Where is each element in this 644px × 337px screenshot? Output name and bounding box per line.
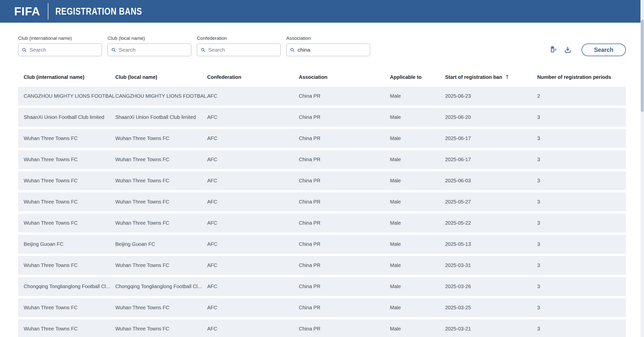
cell-applicable-to: Male [390, 305, 445, 311]
association-search-box [286, 44, 370, 56]
confederation-search-input[interactable] [208, 47, 277, 53]
search-icon [22, 48, 27, 52]
download-icon [564, 46, 571, 54]
cell-club-local: Wuhan Three Towns FC [115, 136, 207, 141]
cell-start-of-ban: 2025-06-20 [445, 114, 537, 120]
sort-ascending-icon: ↑ [505, 74, 510, 80]
club-international-search-input[interactable] [29, 47, 98, 53]
table-row[interactable]: CANGZHOU MIGHTY LIONS FOOTBAL... CANGZHO… [18, 87, 626, 106]
app-header: FIFA REGISTRATION BANS [0, 0, 644, 23]
cell-registration-periods: 2 [537, 93, 626, 99]
cell-registration-periods: 3 [537, 220, 626, 226]
cell-confederation: AFC [207, 241, 299, 247]
cell-start-of-ban: 2025-03-25 [445, 305, 537, 311]
column-header-applicable-to[interactable]: Applicable to [390, 74, 445, 80]
cell-applicable-to: Male [390, 114, 445, 120]
filter-label: Confederation [197, 36, 281, 41]
cell-club-local: Wuhan Three Towns FC [115, 326, 207, 332]
table-row[interactable]: Wuhan Three Towns FC Wuhan Three Towns F… [18, 319, 626, 337]
cell-applicable-to: Male [390, 157, 445, 162]
cell-club-international: Wuhan Three Towns FC [24, 157, 115, 162]
cell-club-international: CANGZHOU MIGHTY LIONS FOOTBAL... [24, 93, 115, 99]
table-row[interactable]: Beijing Guoan FC Beijing Guoan FC AFC Ch… [18, 235, 626, 254]
cell-start-of-ban: 2025-03-21 [445, 326, 537, 332]
table-row[interactable]: Wuhan Three Towns FC Wuhan Three Towns F… [18, 256, 626, 275]
cell-confederation: AFC [207, 157, 299, 162]
cell-club-local: Wuhan Three Towns FC [115, 199, 207, 205]
cell-association: China PR [299, 262, 390, 268]
filter-club-international: Club (international name) [18, 36, 102, 56]
club-local-search-box [108, 44, 191, 56]
column-header-start-of-ban[interactable]: Start of registration ban ↑ [445, 74, 537, 80]
cell-club-international: Wuhan Three Towns FC [24, 262, 115, 268]
cell-start-of-ban: 2025-06-17 [445, 136, 537, 141]
cell-confederation: AFC [207, 262, 299, 268]
cell-registration-periods: 3 [537, 157, 626, 162]
cell-applicable-to: Male [390, 241, 445, 247]
cell-applicable-to: Male [390, 220, 445, 226]
table-row[interactable]: Wuhan Three Towns FC Wuhan Three Towns F… [18, 171, 626, 190]
table-row[interactable]: Chongqing Tonglianglong Football Cl... C… [18, 277, 626, 296]
cell-association: China PR [299, 284, 390, 289]
cell-registration-periods: 3 [537, 241, 626, 247]
table-row[interactable]: Wuhan Three Towns FC Wuhan Three Towns F… [18, 214, 626, 232]
cell-club-local: Wuhan Three Towns FC [115, 178, 207, 184]
header-divider [48, 3, 48, 20]
column-header-registration-periods[interactable]: Number of registration periods [537, 74, 626, 80]
cell-association: China PR [299, 305, 390, 311]
cell-association: China PR [299, 93, 390, 99]
cell-start-of-ban: 2025-06-23 [445, 93, 537, 99]
filter-label: Club (local name) [108, 36, 191, 41]
cell-club-international: Wuhan Three Towns FC [24, 305, 115, 311]
cell-registration-periods: 3 [537, 262, 626, 268]
cell-applicable-to: Male [390, 136, 445, 141]
filter-association: Association [286, 36, 370, 56]
vertical-scrollbar[interactable] [640, 0, 644, 337]
fifa-logo: FIFA [14, 5, 40, 18]
table-row[interactable]: Wuhan Three Towns FC Wuhan Three Towns F… [18, 192, 626, 211]
cell-registration-periods: 3 [537, 114, 626, 120]
cell-start-of-ban: 2025-06-17 [445, 157, 537, 162]
clear-filters-button[interactable] [549, 46, 557, 54]
search-icon [201, 48, 205, 52]
column-header-club-local[interactable]: Club (local name) [115, 74, 207, 80]
table-row[interactable]: Wuhan Three Towns FC Wuhan Three Towns F… [18, 298, 626, 317]
cell-association: China PR [299, 136, 390, 141]
table-row[interactable]: ShaanXi Union Football Club limited Shaa… [18, 108, 626, 127]
cell-club-local: Beijing Guoan FC [115, 241, 207, 247]
cell-start-of-ban: 2025-05-22 [445, 220, 537, 226]
cell-confederation: AFC [207, 326, 299, 332]
download-button[interactable] [564, 46, 571, 54]
cell-start-of-ban: 2025-05-27 [445, 199, 537, 205]
cell-applicable-to: Male [390, 93, 445, 99]
scrollbar-thumb[interactable] [641, 20, 644, 112]
cell-club-local: Wuhan Three Towns FC [115, 220, 207, 226]
filter-label: Club (international name) [18, 36, 102, 41]
cell-club-local: Chongqing Tonglianglong Football Cl... [115, 284, 207, 289]
cell-club-local: Wuhan Three Towns FC [115, 157, 207, 162]
cell-start-of-ban: 2025-06-03 [445, 178, 537, 184]
cell-club-local: Wuhan Three Towns FC [115, 305, 207, 311]
cell-confederation: AFC [207, 136, 299, 141]
search-button[interactable]: Search [582, 44, 626, 56]
cell-confederation: AFC [207, 199, 299, 205]
association-search-input[interactable] [298, 47, 366, 53]
cell-club-international: Wuhan Three Towns FC [24, 199, 115, 205]
cell-applicable-to: Male [390, 178, 445, 184]
cell-club-local: CANGZHOU MIGHTY LIONS FOOTBAL... [115, 93, 207, 99]
cell-club-local: Wuhan Three Towns FC [115, 262, 207, 268]
column-header-association[interactable]: Association [299, 74, 390, 80]
cell-confederation: AFC [207, 93, 299, 99]
search-icon [290, 48, 295, 52]
cell-club-international: Wuhan Three Towns FC [24, 326, 115, 332]
table-row[interactable]: Wuhan Three Towns FC Wuhan Three Towns F… [18, 129, 626, 148]
table-row[interactable]: Wuhan Three Towns FC Wuhan Three Towns F… [18, 150, 626, 169]
page-title: REGISTRATION BANS [55, 6, 142, 17]
column-header-confederation[interactable]: Confederation [207, 74, 299, 80]
cell-registration-periods: 3 [537, 199, 626, 205]
column-header-club-international[interactable]: Club (international name) [24, 74, 115, 80]
cell-registration-periods: 3 [537, 326, 626, 332]
club-local-search-input[interactable] [119, 47, 188, 53]
cell-association: China PR [299, 178, 390, 184]
cell-registration-periods: 3 [537, 305, 626, 311]
